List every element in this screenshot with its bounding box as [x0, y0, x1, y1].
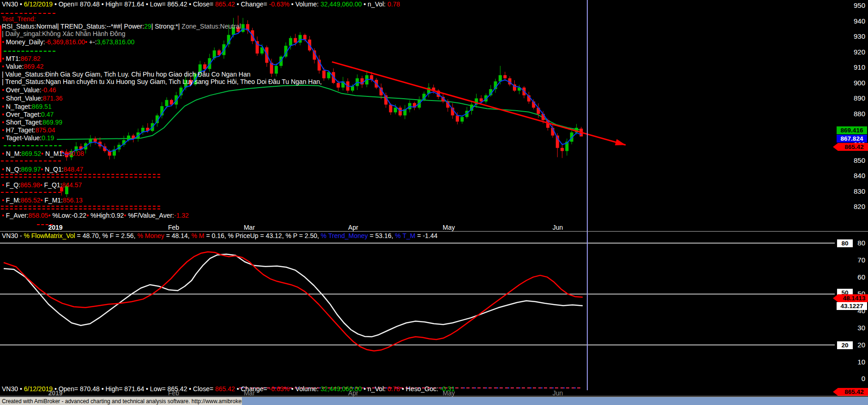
text-segment: • [85, 38, 89, 46]
text-segment: • [2, 181, 6, 189]
text-segment: = 48.70, [75, 232, 102, 239]
text-segment: • [2, 63, 6, 70]
text-segment: 32,449,060.00 [320, 0, 362, 8]
text-segment: • Change= [235, 0, 269, 8]
axis-value-badge: 867.824 [837, 135, 867, 143]
text-segment: • [86, 212, 90, 219]
text-segment: 6/12/2019 [24, 385, 53, 393]
text-segment: N_Taget: [6, 103, 32, 110]
date-axis-label: Jun [553, 389, 563, 397]
text-segment: -6,369,816.00 [45, 38, 85, 46]
date-axis-label: Apr [348, 224, 358, 231]
text-segment: 869.97 [21, 166, 41, 173]
text-segment: % Trend_Money [321, 232, 368, 239]
pane-divider[interactable] [0, 231, 868, 232]
axis-tick-label: 820 [838, 203, 866, 210]
axis-tick-label: 30 [838, 324, 866, 332]
axis-tick-label: 900 [838, 79, 866, 87]
axis-value-badge: 48.1413 [833, 294, 868, 302]
text-segment: 865.52 [21, 197, 41, 204]
crosshair-cursor-line [587, 0, 588, 390]
text-segment: VN30 - [2, 232, 24, 239]
status-panel [242, 397, 868, 405]
chart-canvas[interactable] [0, 0, 868, 405]
text-segment: • [2, 150, 6, 157]
text-segment: = 2.56, [114, 232, 137, 239]
indicator-line: • N_Taget:869.51 [2, 103, 52, 110]
text-segment: Value: [6, 63, 24, 70]
candles-group [60, 16, 583, 161]
separator-line [1, 161, 61, 161]
indicator-line: • Value:869.42 [2, 63, 43, 70]
text-segment: | Trend_Status:Ngan Han chuyên tu Xu Huo… [2, 78, 322, 85]
text-segment: F_Q: [6, 181, 20, 189]
indicator-line: • Short_Taget:869.99 [2, 119, 62, 126]
axis-tick-label: 910 [838, 64, 866, 71]
separator-line [1, 206, 160, 209]
axis-tick-label: 950 [838, 2, 866, 9]
flowmatrix-header: VN30 - % FlowMatrix_Vol = 48.70, % F = 2… [2, 232, 438, 239]
indicator-line: • F_M:865.52• F_M1:856.13 [2, 197, 83, 204]
axis-tick-label: 0 [838, 375, 866, 382]
text-segment: 875.04 [36, 126, 55, 134]
text-segment: Taget-Value: [6, 134, 42, 142]
amibroker-chart-window: VN30 • 6/12/2019 • Open= 870.48 • High= … [0, 0, 868, 405]
text-segment: • [124, 212, 128, 219]
text-segment: -0.63% [269, 385, 289, 393]
ohlc-header: VN30 • 6/12/2019 • Open= 870.48 • High= … [2, 1, 400, 8]
axis-tick-label: 890 [838, 95, 866, 102]
text-segment: • Open= 870.48 • High= 871.64 • Low= 865… [53, 385, 215, 393]
text-segment: • [40, 181, 44, 189]
text-segment: • Heso_Goc: [400, 385, 440, 393]
text-segment: = -1.44 [416, 232, 438, 239]
text-segment: MT1: [6, 55, 21, 62]
text-segment: 865.98 [20, 181, 40, 189]
text-segment: 29 [144, 23, 151, 30]
indicator-line: Test_Trend: [2, 16, 36, 23]
text-segment: • [2, 134, 6, 142]
text-segment: 858.05 [29, 212, 48, 219]
indicator-line: • Short_Value:871.36 [2, 95, 63, 102]
text-segment: -0.63% [269, 0, 289, 8]
indicator-line: • H7_Taget:875.04 [2, 127, 55, 134]
text-segment: N_Q1: [45, 166, 63, 173]
axis-tick-label: 10 [838, 358, 866, 366]
text-segment: %F/Value_Aver: [128, 212, 174, 219]
indicator-line: • N_M:869.52• N_M1:860.08 [2, 150, 84, 157]
axis-tick-label: 930 [838, 33, 866, 40]
text-segment: 0.47 [41, 111, 54, 118]
text-segment: = 48.14, [164, 232, 192, 239]
indicator-line: | Daily_singal:Không Xác Nhân Hành Đông [2, 30, 125, 37]
text-segment: • Volume: [289, 385, 320, 393]
ohlc-footer: VN30 • 6/12/2019 • Open= 870.48 • High= … [2, 386, 455, 393]
axis-value-badge: 865.42 [833, 388, 868, 396]
axis-value-badge: 43.1227 [837, 302, 867, 310]
text-segment: • [41, 197, 45, 204]
indicator-line: | Value_Status:Đinh Gia Suy Giam, Tich L… [2, 71, 251, 78]
text-segment: VN30 [2, 0, 18, 8]
indicator-line: • Money_Daily:-6,369,816.00• +-:3,673,81… [2, 39, 134, 46]
text-segment: F_Q1: [44, 181, 62, 189]
text-segment: 3,673,816.00 [97, 38, 135, 46]
axis-tick-label: 70 [838, 256, 866, 264]
trendline[interactable] [332, 62, 626, 145]
axis-tick-label: 60 [838, 274, 866, 281]
text-segment: Test_Trend: [2, 15, 36, 23]
text-segment: Over_Value: [6, 86, 42, 94]
text-segment: • [18, 385, 24, 393]
text-segment: • [2, 55, 6, 62]
text-segment: • [2, 197, 6, 204]
date-axis-label: May [443, 224, 455, 231]
oscillator-pane[interactable] [0, 243, 835, 351]
text-segment: = 2.50, [297, 232, 321, 239]
green-ma-line [57, 85, 583, 139]
text-segment: | Value_Status:Đinh Gia Suy Giam, Tich L… [2, 71, 251, 78]
separator-line [1, 174, 160, 178]
date-axis-label: Mar [244, 224, 255, 231]
text-segment: • [2, 166, 6, 173]
text-segment: 856.13 [63, 197, 83, 204]
text-segment: | Strong:*| [151, 23, 182, 30]
text-segment: • [2, 212, 6, 219]
text-segment: • [48, 212, 52, 219]
text-segment: Short_Taget: [6, 119, 42, 126]
